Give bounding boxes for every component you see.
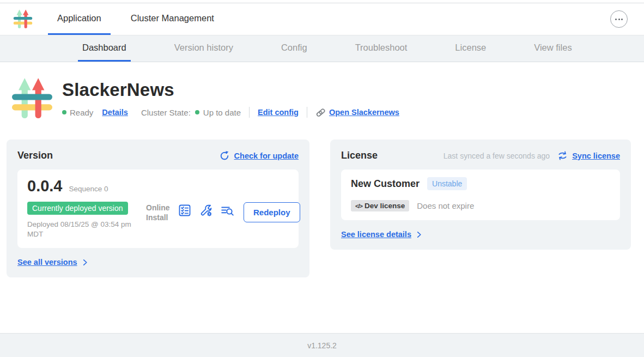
sync-license[interactable]: Sync license <box>557 150 620 161</box>
subnav-label: License <box>455 43 486 53</box>
status-details-link[interactable]: Details <box>102 108 128 117</box>
app-logo-icon-large <box>9 75 56 122</box>
refresh-icon <box>219 150 230 161</box>
license-card: License Last synced a few seconds ago Sy… <box>330 140 631 250</box>
app-status-text: Ready <box>70 108 93 117</box>
app-status-row: Ready Details Cluster State: Up to date … <box>62 107 399 118</box>
console-footer: v1.125.2 <box>0 333 644 357</box>
last-synced-text: Last synced a few seconds ago <box>443 152 550 160</box>
code-icon: </> <box>355 203 362 209</box>
version-card: Version Check for update 0.0.4 Sequence … <box>7 140 309 277</box>
open-app-link[interactable]: Open Slackernews <box>329 108 399 117</box>
chevron-right-icon <box>82 259 89 266</box>
dashboard-cards: Version Check for update 0.0.4 Sequence … <box>7 140 631 277</box>
preflight-checklist-icon[interactable] <box>178 203 192 217</box>
edit-config-link[interactable]: Edit config <box>258 108 299 117</box>
cluster-state-value: Up to date <box>203 108 241 117</box>
nav-tab-label: Cluster Management <box>131 13 214 23</box>
subnav-tab-view-files[interactable]: View files <box>530 35 576 62</box>
cluster-state-label: Cluster State: <box>141 108 191 117</box>
see-all-versions[interactable]: See all versions <box>17 258 299 267</box>
overflow-menu-button[interactable] <box>610 10 628 28</box>
license-type-badge: </> Dev license <box>351 200 409 211</box>
main-navbar: Application Cluster Management <box>0 3 644 35</box>
app-subnav: Dashboard Version history Config Trouble… <box>0 35 644 62</box>
app-header: SlackerNews Ready Details Cluster State:… <box>9 75 631 122</box>
version-card-title: Version <box>17 150 53 161</box>
install-type-label: Online Install <box>146 203 173 222</box>
view-logs-icon[interactable] <box>220 203 235 217</box>
customer-name: New Customer <box>351 178 420 190</box>
divider <box>307 107 307 118</box>
current-version-panel: 0.0.4 Sequence 0 Currently deployed vers… <box>17 170 299 248</box>
sync-license-link[interactable]: Sync license <box>572 152 620 160</box>
subnav-tab-license[interactable]: License <box>451 35 490 62</box>
main-nav-tabs: Application Cluster Management <box>48 3 223 35</box>
subnav-tab-troubleshoot[interactable]: Troubleshoot <box>351 35 412 62</box>
console-version: v1.125.2 <box>307 341 337 350</box>
app-logo-icon <box>12 8 34 30</box>
channel-badge: Unstable <box>427 177 467 190</box>
link-icon <box>315 107 326 118</box>
page-title: SlackerNews <box>62 80 399 100</box>
sequence-label: Sequence 0 <box>69 185 108 193</box>
subnav-tab-config[interactable]: Config <box>277 35 312 62</box>
subnav-label: Troubleshoot <box>355 43 408 53</box>
see-license-details-link[interactable]: See license details <box>341 230 411 239</box>
config-wrench-icon[interactable] <box>199 203 213 217</box>
subnav-tab-dashboard[interactable]: Dashboard <box>78 35 131 62</box>
license-expiry: Does not expire <box>417 201 474 210</box>
license-card-title: License <box>341 150 378 161</box>
ellipsis-icon <box>615 19 617 20</box>
see-all-versions-link[interactable]: See all versions <box>17 258 77 267</box>
check-update-link[interactable]: Check for update <box>234 152 299 160</box>
chevron-right-icon <box>416 231 423 238</box>
subnav-label: Version history <box>174 43 233 53</box>
check-for-update[interactable]: Check for update <box>219 150 299 161</box>
license-type-label: Dev license <box>364 202 405 210</box>
nav-tab-application[interactable]: Application <box>48 3 111 35</box>
cluster-state-dot <box>195 110 199 114</box>
subnav-label: Dashboard <box>82 43 126 53</box>
subnav-tab-version-history[interactable]: Version history <box>170 35 238 62</box>
version-number: 0.0.4 <box>27 177 63 195</box>
nav-tab-cluster-management[interactable]: Cluster Management <box>121 3 223 35</box>
subnav-label: View files <box>534 43 572 53</box>
deployed-status-badge: Currently deployed version <box>27 202 128 215</box>
sync-arrows-icon <box>557 150 568 161</box>
app-status-dot <box>62 110 66 114</box>
see-license-details[interactable]: See license details <box>341 230 620 239</box>
redeploy-button[interactable]: Redeploy <box>244 202 300 222</box>
nav-tab-label: Application <box>57 13 101 23</box>
subnav-label: Config <box>281 43 307 53</box>
dashboard-content: SlackerNews Ready Details Cluster State:… <box>0 62 644 333</box>
deployed-timestamp: Deployed 08/15/25 @ 03:54 pm MDT <box>27 220 139 239</box>
license-panel: New Customer Unstable </> Dev license Do… <box>341 170 620 220</box>
divider <box>249 107 250 118</box>
